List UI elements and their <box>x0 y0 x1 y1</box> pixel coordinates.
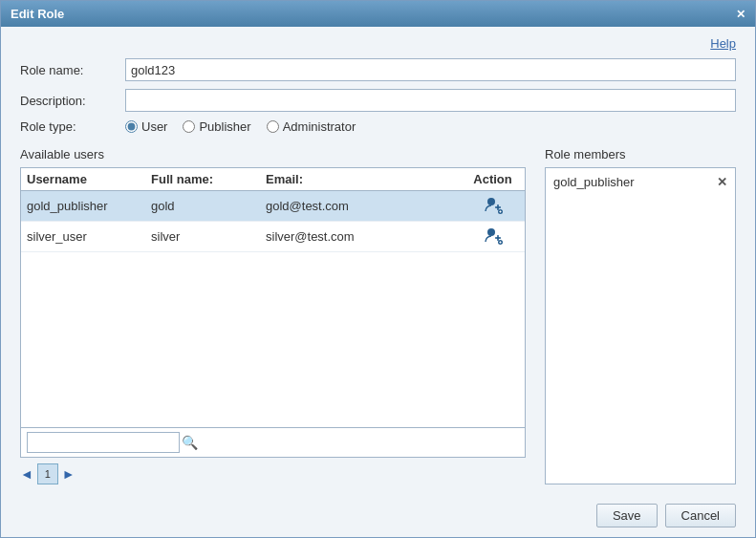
help-link[interactable]: Help <box>710 36 736 51</box>
role-type-publisher[interactable]: Publisher <box>183 119 250 134</box>
role-type-row: Role type: User Publisher Administrator <box>20 119 736 134</box>
svg-point-7 <box>487 228 495 236</box>
help-row: Help <box>20 36 736 51</box>
main-content: Available users Username Full name: Emai… <box>20 147 736 484</box>
members-list: gold_publisher ✕ <box>545 167 736 484</box>
description-row: Description: <box>20 89 736 112</box>
member-name: gold_publisher <box>553 175 635 189</box>
table-header: Username Full name: Email: Action <box>21 168 525 191</box>
col-email-header: Email: <box>266 172 466 186</box>
role-name-row: Role name: <box>20 58 736 81</box>
cell-username: silver_user <box>27 229 151 244</box>
page-number[interactable]: 1 <box>37 463 58 484</box>
role-type-administrator-label: Administrator <box>283 119 356 134</box>
role-type-publisher-label: Publisher <box>199 119 250 134</box>
prev-page-button[interactable]: ◄ <box>20 466 33 482</box>
dialog-footer: Save Cancel <box>1 494 755 537</box>
table-row[interactable]: gold_publisher gold gold@test.com <box>21 191 525 222</box>
description-input[interactable] <box>125 89 736 112</box>
search-row: 🔍 <box>21 427 525 457</box>
svg-point-0 <box>487 198 495 205</box>
cancel-button[interactable]: Cancel <box>665 504 736 527</box>
edit-role-dialog: Edit Role ✕ Help Role name: Description:… <box>0 0 756 538</box>
title-bar: Edit Role ✕ <box>1 1 755 27</box>
table-body: gold_publisher gold gold@test.com <box>21 191 525 427</box>
form-section: Role name: Description: Role type: User <box>20 58 736 134</box>
users-table: Username Full name: Email: Action gold_p… <box>20 167 526 458</box>
dialog-title: Edit Role <box>11 7 64 21</box>
cell-fullname: gold <box>151 199 266 213</box>
role-type-user-label: User <box>141 119 167 134</box>
pagination-row: ◄ 1 ► <box>20 463 526 484</box>
cell-fullname: silver <box>151 229 266 244</box>
cell-action[interactable] <box>466 195 519 217</box>
description-label: Description: <box>20 94 116 108</box>
member-remove-button[interactable]: ✕ <box>717 175 727 189</box>
cell-email: gold@test.com <box>266 199 466 213</box>
table-row[interactable]: silver_user silver silver@test.com <box>21 222 525 252</box>
close-button[interactable]: ✕ <box>736 8 745 21</box>
dialog-body: Help Role name: Description: Role type: … <box>1 27 755 494</box>
available-users-panel: Available users Username Full name: Emai… <box>20 147 526 484</box>
col-action-header: Action <box>466 172 519 186</box>
role-members-title: Role members <box>545 147 736 161</box>
role-type-user[interactable]: User <box>125 119 167 134</box>
role-type-radio-group: User Publisher Administrator <box>125 119 356 134</box>
role-name-input[interactable] <box>125 58 736 81</box>
member-item: gold_publisher ✕ <box>550 172 731 192</box>
add-user-icon <box>484 226 503 245</box>
cell-email: silver@test.com <box>266 229 466 244</box>
search-input[interactable] <box>27 432 180 453</box>
role-members-panel: Role members gold_publisher ✕ <box>545 147 736 484</box>
next-page-button[interactable]: ► <box>62 466 76 482</box>
col-username-header: Username <box>27 172 151 186</box>
add-user-icon <box>484 195 503 214</box>
cell-username: gold_publisher <box>27 199 151 213</box>
role-name-label: Role name: <box>20 63 116 77</box>
available-users-title: Available users <box>20 147 526 161</box>
search-button[interactable]: 🔍 <box>182 435 198 450</box>
cell-action[interactable] <box>466 226 519 247</box>
role-type-label: Role type: <box>20 119 116 134</box>
col-fullname-header: Full name: <box>151 172 266 186</box>
save-button[interactable]: Save <box>596 504 658 527</box>
role-type-administrator[interactable]: Administrator <box>267 119 356 134</box>
